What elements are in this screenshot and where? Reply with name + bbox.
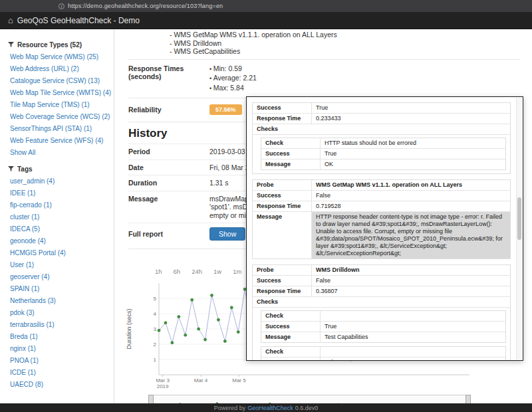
sidebar-item-sta[interactable]: SensorThings API (STA) (1): [8, 123, 108, 135]
app-window: i https://demo.geohealthcheck.org/resour…: [0, 0, 532, 412]
probe-list-item: - WMS Drilldown: [170, 39, 520, 48]
svg-text:2019: 2019: [157, 383, 169, 389]
sidebar-show-all[interactable]: Show All: [8, 147, 108, 159]
table-row: Success False: [261, 358, 505, 361]
svg-text:Mar 5: Mar 5: [232, 377, 246, 383]
tag-link[interactable]: geonode (4): [8, 235, 108, 247]
table-row: Success False: [253, 276, 510, 286]
check-subtable: Check Success True Message Test Capabili…: [261, 310, 506, 343]
range-1h-button[interactable]: 1h: [152, 267, 165, 276]
popup-scrollbar-thumb[interactable]: [517, 197, 521, 240]
tag-link[interactable]: IDECA (5): [8, 223, 108, 235]
tag-link[interactable]: User (1): [8, 259, 108, 271]
sidebar-item-wfs[interactable]: Web Feature Service (WFS) (4): [8, 135, 108, 147]
tag-link[interactable]: ICDE (1): [8, 367, 108, 379]
footer-text: Powered by: [214, 405, 246, 411]
resource-types-header: Resource Types (52): [8, 40, 108, 49]
table-row: Success True: [253, 103, 510, 114]
tag-link[interactable]: nginx (1): [8, 343, 108, 355]
range-1m-button[interactable]: 1m: [230, 267, 244, 276]
report-probe-table: Probe WMS GetMap WMS v1.1.1. operation o…: [252, 179, 511, 259]
tag-link[interactable]: IDEE (1): [8, 187, 108, 199]
report-probe-table: Probe WMS Drilldown Success False Respon…: [252, 264, 511, 361]
app-footer: Powered by GeoHealthCheck 0.6.dev0: [0, 403, 532, 412]
report-check-table: Success True Response Time 0.233433 Chec…: [252, 102, 511, 174]
probe-list-item: - WMS GetCapabilities: [170, 47, 520, 56]
check-subtable: Check Success False Message msDrawMap():…: [261, 346, 506, 361]
browser-chrome: i https://demo.geohealthcheck.org/resour…: [0, 0, 532, 12]
table-row: Check: [261, 347, 505, 358]
sidebar: Resource Types (52) Web Map Service (WMS…: [0, 29, 114, 403]
sidebar-item-wms[interactable]: Web Map Service (WMS) (25): [8, 51, 108, 63]
popup-scrollbar[interactable]: [516, 98, 522, 360]
checks-section-label: Checks: [253, 297, 510, 308]
probe-list: - WMS GetMap WMS v1.1.1. operation on AL…: [170, 31, 520, 56]
table-row: Message Test Capabilities: [261, 332, 505, 342]
svg-text:Mar 3: Mar 3: [156, 377, 170, 383]
response-min: Min: 0.59: [209, 64, 257, 74]
checks-section-label: Checks: [253, 124, 510, 135]
footer-version: 0.6.dev0: [295, 405, 319, 411]
table-row: Check HTTP status should not be errored: [261, 138, 505, 149]
table-row: Message HTTP response header content-typ…: [253, 212, 510, 258]
table-row: Check: [261, 311, 505, 322]
show-report-button[interactable]: Show: [209, 227, 245, 241]
table-row: Response Time 0.233433: [253, 114, 510, 124]
reliability-label: Reliability: [128, 106, 209, 114]
table-row: Success True: [261, 322, 505, 332]
check-subtable: Check HTTP status should not be errored …: [261, 138, 506, 170]
chart-y-axis-label: Duration (secs): [126, 299, 132, 359]
full-report-label: Full report: [128, 230, 209, 238]
sidebar-item-wcs[interactable]: Web Coverage Service (WCS) (2): [8, 111, 108, 123]
reliability-badge: 57.56%: [209, 104, 242, 115]
geohealthcheck-link[interactable]: GeoHealthCheck: [247, 405, 293, 411]
tag-link[interactable]: HCMGIS Portal (4): [8, 247, 108, 259]
tag-link[interactable]: SPAIN (1): [8, 283, 108, 295]
response-max: Max: 5.84: [209, 84, 257, 94]
app-brand[interactable]: GeoQoS GeoHealthCheck - Demo: [17, 16, 140, 25]
tag-link[interactable]: terrabrasilis (1): [8, 319, 108, 331]
tag-link[interactable]: UAECD (8): [8, 379, 108, 391]
sidebar-item-url[interactable]: Web Address (URL) (2): [8, 63, 108, 75]
response-times-label: Response Times (seconds): [128, 64, 209, 94]
tags-header: Tags: [8, 164, 108, 173]
filter-icon: [8, 166, 14, 172]
table-row: Success False: [253, 191, 510, 201]
tag-link[interactable]: user_admin (4): [8, 175, 108, 187]
svg-text:3: 3: [154, 326, 157, 332]
sidebar-item-wmts[interactable]: Web Map Tile Service (WMTS) (4): [8, 87, 108, 99]
probe-list-item: - WMS GetMap WMS v1.1.1. operation on AL…: [170, 31, 520, 39]
range-1w-button[interactable]: 1w: [211, 267, 224, 276]
tag-link[interactable]: cluster (1): [8, 211, 108, 223]
svg-text:1: 1: [154, 357, 157, 363]
divider: [128, 59, 520, 60]
response-times-row: Response Times (seconds) Min: 0.59 Avera…: [128, 63, 520, 95]
full-report-popup: Success True Response Time 0.233433 Chec…: [246, 96, 523, 361]
site-info-icon[interactable]: i: [59, 3, 65, 9]
tag-link[interactable]: PNOA (1): [8, 355, 108, 367]
table-row: Probe WMS Drilldown: [253, 265, 510, 276]
tag-link[interactable]: Netherlands (3): [8, 295, 108, 307]
sidebar-item-csw[interactable]: Catalogue Service (CSW) (13): [8, 75, 108, 87]
app-navbar: ⌂ GeoQoS GeoHealthCheck - Demo: [0, 12, 532, 29]
svg-text:2: 2: [154, 342, 157, 348]
table-row: Message OK: [261, 159, 505, 169]
sidebar-item-tms[interactable]: Tile Map Service (TMS) (1): [8, 99, 108, 111]
table-row: Probe WMS GetMap WMS v1.1.1. operation o…: [253, 180, 510, 191]
tag-link[interactable]: geoserver (4): [8, 271, 108, 283]
url-bar[interactable]: https://demo.geohealthcheck.org/resource…: [68, 3, 223, 9]
svg-text:4: 4: [154, 311, 157, 317]
range-6h-button[interactable]: 6h: [171, 267, 184, 276]
table-row: Response Time 0.36807: [253, 286, 510, 297]
tag-link[interactable]: pdok (3): [8, 307, 108, 319]
svg-text:5: 5: [154, 296, 157, 302]
filter-icon: [8, 42, 14, 48]
tag-link[interactable]: Breda (1): [8, 331, 108, 343]
svg-text:Mar 4: Mar 4: [194, 377, 208, 383]
tag-link[interactable]: fip-cerrado (1): [8, 199, 108, 211]
home-icon[interactable]: ⌂: [8, 15, 13, 25]
table-row: Success True: [261, 149, 505, 159]
range-24h-button[interactable]: 24h: [189, 267, 205, 276]
response-average: Average: 2.21: [209, 74, 257, 84]
response-times-values: Min: 0.59 Average: 2.21 Max: 5.84: [209, 64, 257, 94]
